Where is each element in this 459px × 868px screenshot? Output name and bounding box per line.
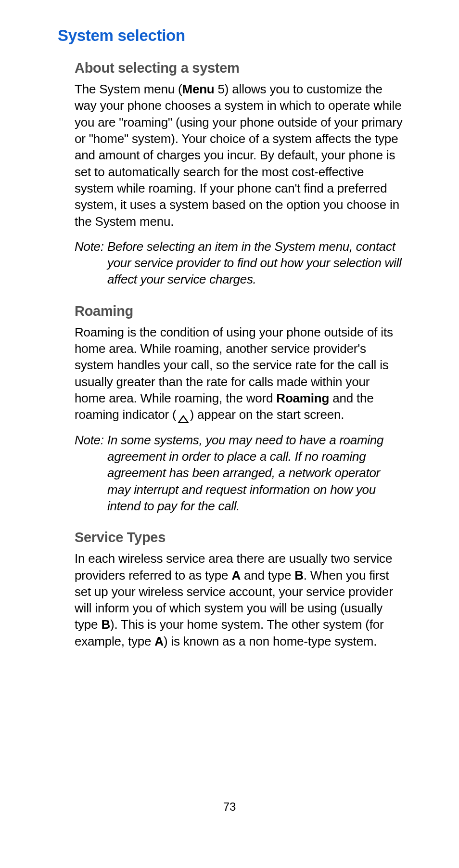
note-about: Note: Before selecting an item in the Sy… (75, 238, 404, 288)
about-paragraph: The System menu (Menu 5) allows you to c… (75, 81, 404, 230)
text-fragment: The System menu ( (75, 82, 182, 96)
note-roaming: Note: In some systems, you may need to h… (75, 432, 404, 515)
note-label: Note: (75, 238, 107, 288)
text-fragment: ) is known as a non home-type system. (164, 634, 377, 648)
bold-menu: Menu (182, 82, 214, 96)
bold-roaming: Roaming (276, 391, 329, 405)
service-paragraph: In each wireless service area there are … (75, 550, 404, 649)
bold-type-b-2: B (101, 617, 110, 632)
text-fragment: 5) allows you to customize the way your … (75, 82, 403, 229)
bold-type-a: A (231, 568, 241, 583)
page-heading: System selection (58, 26, 404, 45)
subheading-roaming: Roaming (75, 303, 404, 319)
roaming-paragraph: Roaming is the condition of using your p… (75, 324, 404, 423)
note-text: Before selecting an item in the System m… (107, 238, 404, 288)
roaming-indicator-icon (178, 411, 189, 420)
note-text: In some systems, you may need to have a … (107, 432, 404, 515)
bold-type-b: B (294, 568, 304, 583)
bold-type-a-2: A (154, 634, 164, 648)
subheading-service-types: Service Types (75, 530, 404, 545)
note-label: Note: (75, 432, 107, 515)
text-fragment: and type (241, 568, 294, 583)
page-number: 73 (0, 800, 459, 814)
text-fragment: ) appear on the start screen. (190, 407, 344, 422)
subheading-about: About selecting a system (75, 60, 404, 76)
